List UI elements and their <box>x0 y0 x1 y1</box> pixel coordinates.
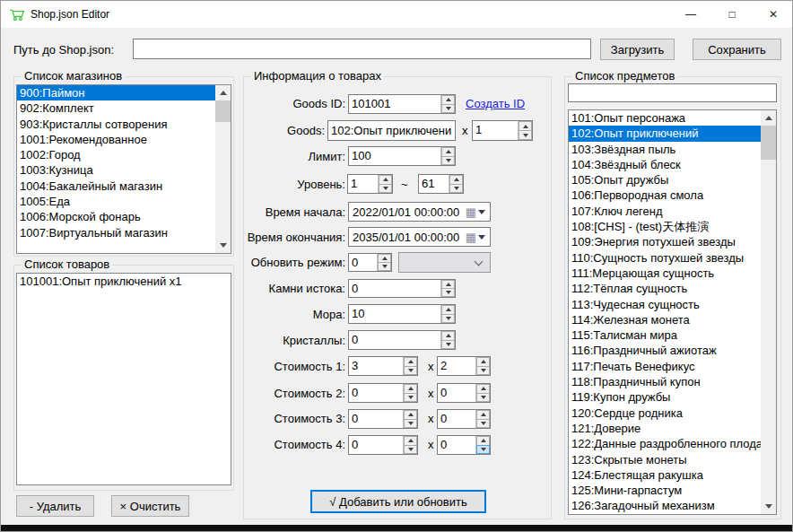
spinner-down-button[interactable] <box>476 366 490 376</box>
item-list-item[interactable]: 113:Чудесная сущность <box>569 297 776 312</box>
shops-scrollbar[interactable] <box>215 85 231 253</box>
load-button[interactable]: Загрузить <box>600 39 675 60</box>
refresh-mode-combobox[interactable] <box>398 252 491 273</box>
shop-list-item[interactable]: 1001:Рекомендованное <box>17 132 231 147</box>
items-search-input[interactable] <box>568 83 777 102</box>
item-list-item[interactable]: 114:Железная монета <box>569 312 776 327</box>
scroll-thumb[interactable] <box>761 126 776 160</box>
shop-list-item[interactable]: 902:Комплект <box>17 100 231 116</box>
scroll-up-icon[interactable] <box>761 110 776 126</box>
item-list-item[interactable]: 119:Купон дружбы <box>569 389 776 405</box>
item-list-item[interactable]: 122:Данные раздробленного плода <box>569 436 776 451</box>
shop-list-item[interactable]: 1005:Еда <box>17 194 231 209</box>
spinner-up-button[interactable] <box>441 331 455 340</box>
spinner-down-button[interactable] <box>449 184 463 194</box>
shop-list-item[interactable]: 1003:Кузница <box>17 162 231 178</box>
crystals-spinner[interactable]: 0 <box>348 330 456 350</box>
item-list-item[interactable]: 103:Звёздная пыль <box>569 142 776 157</box>
spinner-down-button[interactable] <box>441 314 455 324</box>
spinner-up-button[interactable] <box>404 357 417 366</box>
item-list-item[interactable]: 126:Загадочный механизм <box>569 498 776 513</box>
time-end-picker[interactable]: 2035/01/01 00:00:00 ▦ <box>348 227 491 247</box>
item-list-item[interactable]: 116:Праздничный ажиотаж <box>569 343 776 358</box>
item-list-item[interactable]: 124:Блестящая ракушка <box>569 467 776 483</box>
spinner-down-button[interactable] <box>378 262 391 271</box>
item-list-item[interactable]: 115:Талисман мира <box>569 327 776 343</box>
level-max-spinner[interactable]: 61 <box>418 174 464 194</box>
submit-button[interactable]: √ Добавить или обновить <box>310 490 486 513</box>
cost3-item-spinner[interactable]: 0 <box>348 409 418 429</box>
shop-list-item[interactable]: 903:Кристаллы сотворения <box>17 117 231 132</box>
save-button[interactable]: Сохранить <box>693 39 781 60</box>
cost4-count-spinner[interactable]: 0 <box>437 435 491 455</box>
create-id-link[interactable]: Создать ID <box>466 97 525 110</box>
item-list-item[interactable]: 118:Праздничный купон <box>569 374 776 389</box>
item-list-item[interactable]: 112:Тёплая сущность <box>569 281 776 296</box>
items-scrollbar[interactable] <box>761 110 776 514</box>
spinner-down-button[interactable] <box>441 156 455 166</box>
shop-list-item[interactable]: 900:Паймон <box>17 85 231 100</box>
item-list-item[interactable]: 123:Скрытые монеты <box>569 452 776 467</box>
item-list-item[interactable]: 110:Сущность потухшей звезды <box>569 250 776 266</box>
spinner-up-button[interactable] <box>441 280 455 288</box>
refresh-mode-spinner[interactable]: 0 <box>348 253 392 272</box>
item-list-item[interactable]: 108:[CHS] - (test)天体推演 <box>569 219 776 234</box>
cost2-count-spinner[interactable]: 0 <box>437 383 491 403</box>
spinner-up-button[interactable] <box>449 175 463 184</box>
item-list-item[interactable]: 125:Мини-гарпастум <box>569 483 776 498</box>
path-input[interactable] <box>133 39 591 59</box>
goods-list-item[interactable]: 101001:Опыт приключений x1 <box>17 274 231 289</box>
cost1-count-spinner[interactable]: 2 <box>437 356 491 376</box>
cost2-item-spinner[interactable]: 0 <box>348 383 418 403</box>
spinner-down-button[interactable] <box>518 130 532 140</box>
spinner-up-button[interactable] <box>404 410 417 419</box>
item-list-item[interactable]: 107:Ключ легенд <box>569 204 776 219</box>
primogems-spinner[interactable]: 0 <box>348 279 456 298</box>
scroll-down-icon[interactable] <box>761 499 776 514</box>
spinner-up-button[interactable] <box>476 410 490 419</box>
spinner-down-button[interactable] <box>476 419 490 429</box>
shop-list-item[interactable]: 1004:Бакалейный магазин <box>17 179 231 194</box>
goods-id-spinner[interactable]: 101001 <box>348 94 456 114</box>
spinner-up-button[interactable] <box>404 436 417 445</box>
spinner-up-button[interactable] <box>378 254 391 262</box>
item-list-item[interactable]: 121:Доверие <box>569 421 776 436</box>
item-list-item[interactable]: 102:Опыт приключений <box>569 126 776 141</box>
spinner-down-button[interactable] <box>476 393 490 403</box>
spinner-down-button[interactable] <box>404 393 417 403</box>
shop-list-item[interactable]: 1002:Город <box>17 147 231 162</box>
item-list-item[interactable]: 104:Звёздный блеск <box>569 157 776 172</box>
shop-list-item[interactable]: 1006:Морской фонарь <box>17 209 231 224</box>
spinner-down-button[interactable] <box>476 445 490 455</box>
cost3-count-spinner[interactable]: 0 <box>437 409 491 429</box>
spinner-down-button[interactable] <box>441 104 455 114</box>
goods-input[interactable]: 102:Опыт приключени <box>327 120 456 141</box>
mora-spinner[interactable]: 10 <box>348 304 456 324</box>
item-list-item[interactable]: 106:Первородная смола <box>569 188 776 203</box>
level-min-spinner[interactable]: 1 <box>347 174 393 194</box>
scroll-thumb[interactable] <box>215 100 231 122</box>
maximize-button[interactable]: □ <box>711 1 753 28</box>
goods-count-spinner[interactable]: 1 <box>472 120 533 141</box>
cost1-item-spinner[interactable]: 3 <box>348 356 418 376</box>
item-list-item[interactable]: 111:Мерцающая сущность <box>569 266 776 281</box>
spinner-up-button[interactable] <box>476 357 490 366</box>
time-start-picker[interactable]: 2022/01/01 00:00:00 ▦ <box>348 202 491 222</box>
delete-button[interactable]: - Удалить <box>16 495 94 517</box>
cost4-item-spinner[interactable]: 0 <box>348 435 418 455</box>
spinner-up-button[interactable] <box>379 175 392 184</box>
limit-spinner[interactable]: 100 <box>348 146 456 166</box>
spinner-up-button[interactable] <box>404 384 417 393</box>
spinner-up-button[interactable] <box>441 305 455 314</box>
spinner-up-button[interactable] <box>476 384 490 393</box>
item-list-item[interactable]: 109:Энергия потухшей звезды <box>569 234 776 249</box>
spinner-up-button[interactable] <box>441 147 455 156</box>
item-list-item[interactable]: 120:Сердце родника <box>569 406 776 421</box>
close-button[interactable]: ✕ <box>753 1 793 28</box>
spinner-down-button[interactable] <box>404 445 417 455</box>
item-list-item[interactable]: 105:Опыт дружбы <box>569 172 776 188</box>
spinner-up-button[interactable] <box>441 95 455 104</box>
scroll-up-icon[interactable] <box>215 85 231 100</box>
spinner-down-button[interactable] <box>404 419 417 429</box>
spinner-up-button[interactable] <box>476 436 490 445</box>
